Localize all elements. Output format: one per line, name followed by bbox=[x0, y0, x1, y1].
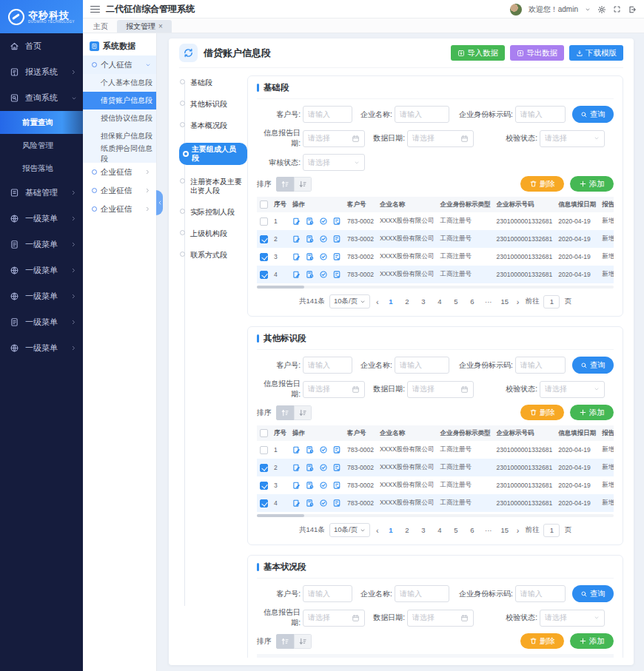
tree-item-担保账户信息段[interactable]: 担保账户信息段 bbox=[83, 127, 156, 145]
edit-icon[interactable] bbox=[292, 463, 301, 472]
edit-icon[interactable] bbox=[292, 217, 301, 226]
sort-asc-button[interactable] bbox=[276, 177, 294, 192]
date-input[interactable]: 请选择 bbox=[303, 381, 365, 398]
anchor-item-2[interactable]: 基本概况段 bbox=[182, 121, 247, 130]
page-number-15[interactable]: 15 bbox=[499, 525, 511, 536]
sort-desc-button[interactable] bbox=[294, 634, 312, 649]
gear-icon[interactable] bbox=[597, 5, 606, 14]
prev-page-button[interactable]: ‹ bbox=[375, 297, 380, 306]
page-size-select[interactable]: 10条/页 bbox=[329, 523, 370, 537]
record-icon[interactable] bbox=[332, 481, 341, 490]
delete-button[interactable]: 删除 bbox=[520, 633, 564, 649]
add-button[interactable]: 添加 bbox=[570, 405, 614, 420]
date-input[interactable]: 请选择 bbox=[407, 381, 474, 398]
tree-item-授信协议信息段[interactable]: 授信协议信息段 bbox=[83, 109, 156, 127]
search-button[interactable]: 查询 bbox=[572, 357, 614, 374]
text-input[interactable]: 请输入 bbox=[395, 106, 449, 123]
tree-item-纸质押合同信息段[interactable]: 纸质押合同信息段 bbox=[83, 145, 156, 163]
tree-item-个人基本信息段[interactable]: 个人基本信息段 bbox=[83, 74, 156, 92]
detail-icon[interactable] bbox=[306, 235, 315, 243]
next-page-button[interactable]: › bbox=[515, 297, 521, 306]
detail-icon[interactable] bbox=[306, 481, 315, 490]
anchor-item-7[interactable]: 联系方式段 bbox=[182, 251, 247, 260]
edit-icon[interactable] bbox=[292, 445, 301, 454]
horizontal-scrollbar[interactable] bbox=[257, 286, 614, 289]
sidebar-item-1[interactable]: 报送系统 bbox=[0, 59, 83, 85]
edit-icon[interactable] bbox=[292, 235, 301, 243]
date-input[interactable]: 请选择 bbox=[407, 130, 474, 147]
tree-group-1[interactable]: 企业征信 bbox=[83, 163, 156, 181]
row-checkbox[interactable] bbox=[260, 464, 268, 472]
text-input[interactable]: 请输入 bbox=[303, 106, 352, 123]
prev-page-button[interactable]: ‹ bbox=[375, 526, 380, 535]
page-number-6[interactable]: 6 bbox=[466, 525, 478, 536]
sidebar-item-4[interactable]: 一级菜单 bbox=[0, 206, 83, 232]
sidebar-item-6[interactable]: 一级菜单 bbox=[0, 257, 83, 283]
panel-collapse-handle[interactable] bbox=[156, 190, 163, 215]
page-number-3[interactable]: 3 bbox=[417, 296, 429, 308]
date-input[interactable]: 请选择 bbox=[407, 610, 474, 627]
page-number-4[interactable]: 4 bbox=[434, 525, 446, 536]
delete-button[interactable]: 删除 bbox=[520, 405, 564, 420]
goto-page-input[interactable]: 1 bbox=[543, 295, 560, 308]
date-input[interactable]: 请选择 bbox=[303, 610, 365, 627]
sidebar-subitem-报告落地[interactable]: 报告落地 bbox=[0, 157, 83, 180]
page-number-3[interactable]: 3 bbox=[417, 525, 429, 536]
action-button-导入数据[interactable]: 导入数据 bbox=[451, 45, 505, 61]
row-checkbox[interactable] bbox=[260, 499, 268, 508]
sort-asc-button[interactable] bbox=[276, 405, 294, 420]
page-number-6[interactable]: 6 bbox=[466, 296, 478, 308]
sidebar-item-0[interactable]: 首页 bbox=[0, 33, 83, 59]
anchor-item-5[interactable]: 实际控制人段 bbox=[182, 208, 247, 217]
detail-icon[interactable] bbox=[306, 270, 315, 279]
detail-icon[interactable] bbox=[306, 252, 315, 261]
text-input[interactable]: 请输入 bbox=[303, 357, 352, 374]
text-input[interactable]: 请输入 bbox=[395, 357, 449, 374]
approve-icon[interactable] bbox=[319, 252, 328, 261]
text-input[interactable]: 请输入 bbox=[395, 585, 449, 602]
goto-page-input[interactable]: 1 bbox=[543, 524, 560, 537]
sidebar-item-9[interactable]: 一级菜单 bbox=[0, 335, 83, 361]
close-tab-icon[interactable]: × bbox=[158, 22, 163, 30]
tab-报文管理[interactable]: 报文管理× bbox=[117, 20, 172, 33]
sidebar-item-7[interactable]: 一级菜单 bbox=[0, 283, 83, 309]
page-number-5[interactable]: 5 bbox=[450, 296, 462, 308]
sidebar-subitem-风险管理[interactable]: 风险管理 bbox=[0, 134, 83, 157]
text-input[interactable]: 请输入 bbox=[303, 585, 352, 602]
approve-icon[interactable] bbox=[319, 235, 328, 243]
avatar[interactable] bbox=[510, 4, 522, 16]
page-size-select[interactable]: 10条/页 bbox=[329, 294, 370, 308]
detail-icon[interactable] bbox=[306, 463, 315, 472]
approve-icon[interactable] bbox=[319, 270, 328, 279]
page-number-4[interactable]: 4 bbox=[434, 296, 446, 308]
row-checkbox[interactable] bbox=[260, 235, 268, 243]
sort-desc-button[interactable] bbox=[294, 405, 312, 420]
tree-group-0[interactable]: 个人征信 bbox=[83, 55, 156, 74]
chevron-down-icon[interactable] bbox=[585, 7, 591, 13]
sort-asc-button[interactable] bbox=[276, 634, 294, 649]
anchor-item-0[interactable]: 基础段 bbox=[182, 78, 247, 87]
approve-icon[interactable] bbox=[319, 481, 328, 490]
logout-icon[interactable] bbox=[628, 5, 637, 14]
page-number-2[interactable]: 2 bbox=[401, 525, 413, 536]
row-checkbox[interactable] bbox=[260, 446, 268, 454]
tree-group-3[interactable]: 企业征信 bbox=[83, 200, 156, 218]
detail-icon[interactable] bbox=[306, 445, 315, 454]
select-all-checkbox[interactable] bbox=[260, 429, 268, 437]
page-number-2[interactable]: 2 bbox=[401, 296, 413, 308]
detail-icon[interactable] bbox=[306, 217, 315, 226]
detail-icon[interactable] bbox=[306, 499, 315, 508]
record-icon[interactable] bbox=[332, 217, 341, 226]
edit-icon[interactable] bbox=[292, 252, 301, 261]
approve-icon[interactable] bbox=[319, 463, 328, 472]
delete-button[interactable]: 删除 bbox=[520, 176, 564, 192]
edit-icon[interactable] bbox=[292, 499, 301, 508]
row-checkbox[interactable] bbox=[260, 253, 268, 261]
anchor-item-4[interactable]: 注册资本及主要出资人段 bbox=[182, 178, 247, 195]
search-button[interactable]: 查询 bbox=[572, 585, 614, 602]
collapse-menu-icon[interactable] bbox=[90, 6, 100, 13]
sidebar-subitem-前置查询[interactable]: 前置查询 bbox=[0, 111, 83, 134]
select-input[interactable]: 请选择 bbox=[540, 381, 605, 398]
record-icon[interactable] bbox=[332, 235, 341, 243]
sidebar-item-2[interactable]: 查询系统 bbox=[0, 85, 83, 111]
